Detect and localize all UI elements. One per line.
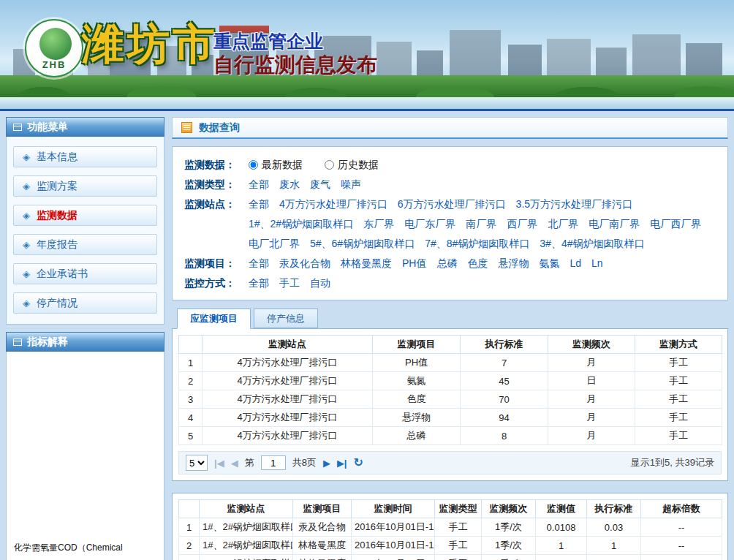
- sidebar-item[interactable]: ◈年度报告: [13, 234, 157, 255]
- sidebar-item[interactable]: ◈企业承诺书: [13, 263, 157, 284]
- table-cell: 1季/次: [482, 555, 536, 560]
- notepad-icon: [181, 122, 192, 133]
- table-cell: 1季/次: [482, 537, 536, 555]
- river-decoration: [0, 97, 734, 109]
- filter-option-link[interactable]: 林格曼黑度: [341, 254, 392, 273]
- table-cell: 手工: [635, 427, 722, 445]
- table-cell: 2: [179, 537, 200, 555]
- filter-option-link[interactable]: 手工: [279, 273, 300, 293]
- tab-shutdown-info[interactable]: 停产信息: [254, 309, 318, 328]
- filter-station-options: 全部4万方污水处理厂排污口6万方污水处理厂排污口3.5万方污水处理厂排污口1#、…: [249, 194, 716, 254]
- radio-input[interactable]: [249, 160, 258, 170]
- filter-option-link[interactable]: 汞及化合物: [279, 254, 330, 273]
- table-cell: 4万方污水处理厂排污口: [203, 372, 373, 390]
- page-number-input[interactable]: [261, 455, 286, 470]
- compass-icon: ◈: [23, 268, 30, 279]
- table-cell: 手工: [435, 518, 482, 537]
- table-cell: 日: [548, 372, 635, 390]
- page-body: 功能菜单 ◈基本信息◈监测方案◈监测数据◈年度报告◈企业承诺书◈停产情况 指标解…: [0, 111, 734, 560]
- filter-option-link[interactable]: 氨氮: [539, 254, 559, 273]
- filter-option-link[interactable]: 全部: [249, 254, 269, 273]
- filter-option-link[interactable]: 全部: [249, 175, 269, 194]
- table-cell: 手工: [635, 409, 722, 427]
- table-header-row: 监测站点监测项目监测时间监测类型监测频次监测值执行标准超标倍数: [179, 500, 722, 518]
- filter-option-link[interactable]: 4万方污水处理厂排污口: [279, 194, 387, 214]
- column-header: 执行标准: [587, 500, 641, 518]
- tab-bar: 应监测项目 停产信息: [172, 309, 728, 328]
- table-cell: --: [641, 537, 722, 555]
- filter-option-link[interactable]: 全部: [249, 194, 269, 214]
- table-cell: 悬浮物: [373, 409, 461, 427]
- table-cell: 手工: [435, 537, 482, 555]
- radio-option[interactable]: 历史数据: [325, 155, 379, 175]
- column-header: 监测值: [536, 500, 587, 518]
- sidebar-item[interactable]: ◈监测方案: [13, 175, 157, 197]
- table-cell: 手工: [635, 372, 722, 390]
- filter-option-link[interactable]: 3.5万方污水处理厂排污口: [516, 194, 632, 214]
- table-cell: 3: [179, 555, 200, 560]
- filter-option-link[interactable]: 全部: [249, 273, 269, 293]
- column-header: [179, 500, 200, 518]
- monitoring-data-table-panel: 监测站点监测项目监测时间监测类型监测频次监测值执行标准超标倍数11#、2#锅炉烟…: [172, 493, 728, 560]
- first-page-button[interactable]: |◀: [214, 458, 224, 469]
- filter-label-project: 监测项目：: [184, 254, 249, 273]
- table-cell: PH值: [373, 354, 461, 372]
- filter-method-options: 全部手工自动: [249, 273, 716, 293]
- page-size-select[interactable]: 5: [186, 455, 208, 471]
- table-cell: 8: [461, 427, 548, 445]
- filter-option-link[interactable]: 西厂界: [507, 214, 537, 234]
- indicator-header: 指标解释: [6, 332, 164, 352]
- radio-input[interactable]: [325, 160, 334, 170]
- filter-option-link[interactable]: 色度: [467, 254, 488, 273]
- radio-option[interactable]: 最新数据: [249, 155, 303, 175]
- site-banner: ZHB 潍坊市 重点监管企业 自行监测信息发布: [0, 0, 734, 111]
- total-pages-label: 共8页: [292, 456, 317, 469]
- filter-option-link[interactable]: 6万方污水处理厂排污口: [398, 194, 506, 214]
- filter-option-link[interactable]: 电厂西厂界: [650, 214, 701, 234]
- table-cell: 汞及化合物: [293, 518, 352, 537]
- monitoring-items-table-panel: 监测站点监测项目执行标准监测频次监测方式14万方污水处理厂排污口PH值7月手工2…: [172, 328, 728, 481]
- table-cell: 林格曼黑度: [293, 555, 352, 560]
- table-cell: 4万方污水处理厂排污口: [203, 409, 373, 427]
- table-header-row: 监测站点监测项目执行标准监测频次监测方式: [179, 336, 722, 354]
- filter-option-link[interactable]: Ld: [570, 254, 581, 273]
- radio-label: 历史数据: [338, 155, 379, 175]
- column-header: [179, 336, 203, 354]
- filter-option-link[interactable]: 南厂界: [466, 214, 496, 234]
- tab-monitoring-items[interactable]: 应监测项目: [177, 309, 251, 329]
- next-page-button[interactable]: ▶: [323, 458, 330, 469]
- filter-option-link[interactable]: 东厂界: [363, 214, 394, 234]
- compass-icon: ◈: [23, 239, 30, 250]
- filter-option-link[interactable]: 悬浮物: [498, 254, 529, 273]
- last-page-button[interactable]: ▶|: [337, 458, 347, 469]
- sidebar-item[interactable]: ◈停产情况: [13, 292, 157, 314]
- filter-option-link[interactable]: 1#、2#锅炉烟囱取样口: [249, 214, 353, 234]
- table-cell: 70: [461, 390, 548, 409]
- table-cell: 色度: [373, 390, 461, 409]
- filter-option-link[interactable]: 自动: [310, 273, 330, 293]
- filter-option-link[interactable]: 北厂界: [548, 214, 578, 234]
- sidebar-item-label: 基本信息: [37, 151, 77, 164]
- table-cell: 氨氮: [373, 372, 461, 390]
- filter-option-link[interactable]: 噪声: [341, 175, 361, 194]
- sidebar-item[interactable]: ◈监测数据: [13, 205, 157, 226]
- filter-option-link[interactable]: 7#、8#锅炉烟囱取样口: [425, 234, 529, 254]
- refresh-icon[interactable]: ↻: [354, 457, 363, 469]
- prev-page-button[interactable]: ◀: [231, 458, 238, 469]
- filter-option-link[interactable]: 电厂南厂界: [589, 214, 640, 234]
- filter-option-link[interactable]: Ln: [591, 254, 603, 273]
- table-row: 21#、2#锅炉烟囱取样口林格曼黑度2016年10月01日-12手工1季/次11…: [179, 537, 722, 555]
- filter-option-link[interactable]: 废水: [279, 175, 300, 194]
- compass-icon: ◈: [23, 181, 30, 192]
- table-cell: 1#、2#锅炉烟囱取样口: [200, 537, 293, 555]
- filter-option-link[interactable]: 废气: [310, 175, 330, 194]
- filter-option-link[interactable]: 总磷: [436, 254, 457, 273]
- filter-option-link[interactable]: PH值: [402, 254, 426, 273]
- filter-data-options: 最新数据历史数据: [249, 155, 716, 175]
- main-content: 数据查询 监测数据： 最新数据历史数据 监测类型： 全部废水废气噪声 监测站点：…: [172, 117, 728, 560]
- sidebar-item[interactable]: ◈基本信息: [13, 146, 157, 167]
- filter-option-link[interactable]: 3#、4#锅炉烟囱取样口: [540, 234, 644, 254]
- filter-option-link[interactable]: 电厂北厂界: [249, 234, 300, 254]
- filter-option-link[interactable]: 5#、6#锅炉烟囱取样口: [310, 234, 415, 254]
- filter-option-link[interactable]: 电厂东厂界: [404, 214, 455, 234]
